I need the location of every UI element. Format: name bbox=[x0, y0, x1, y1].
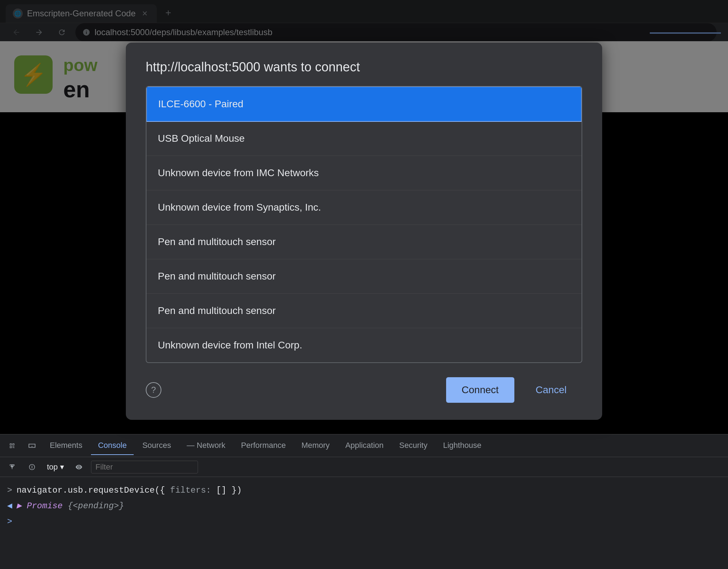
device-item-6[interactable]: Pen and multitouch sensor bbox=[146, 294, 582, 328]
tab-performance[interactable]: Performance bbox=[234, 437, 293, 455]
devtools-console-toolbar: top ▾ bbox=[0, 457, 728, 477]
device-item-0[interactable]: ILCE-6600 - Paired bbox=[146, 86, 582, 122]
tab-memory[interactable]: Memory bbox=[294, 437, 337, 455]
device-item-4[interactable]: Pen and multitouch sensor bbox=[146, 225, 582, 259]
tab-application[interactable]: Application bbox=[338, 437, 391, 455]
console-filter-input[interactable] bbox=[91, 461, 198, 473]
device-item-7[interactable]: Unknown device from Intel Corp. bbox=[146, 328, 582, 362]
connect-button[interactable]: Connect bbox=[446, 377, 514, 403]
help-icon[interactable]: ? bbox=[146, 382, 161, 398]
console-clear-button[interactable] bbox=[4, 459, 20, 475]
devtools-panel: Elements Console Sources — Network Perfo… bbox=[0, 434, 728, 569]
modal-overlay: http://localhost:5000 wants to connect I… bbox=[0, 0, 728, 434]
cancel-button[interactable]: Cancel bbox=[520, 377, 582, 403]
console-eye-button[interactable] bbox=[71, 459, 87, 475]
context-dropdown[interactable]: top ▾ bbox=[44, 461, 67, 473]
tab-lighthouse[interactable]: Lighthouse bbox=[436, 437, 489, 455]
console-cursor-indicator: > bbox=[7, 515, 12, 528]
tab-sources[interactable]: Sources bbox=[135, 437, 178, 455]
console-prompt-1: > bbox=[7, 484, 12, 497]
device-item-1[interactable]: USB Optical Mouse bbox=[146, 121, 582, 156]
dialog-buttons: Connect Cancel bbox=[446, 377, 582, 403]
device-list: ILCE-6600 - Paired USB Optical Mouse Unk… bbox=[146, 86, 582, 363]
dialog-footer: ? Connect Cancel bbox=[126, 377, 602, 403]
devtools-inspect-button[interactable] bbox=[3, 437, 21, 455]
dialog-title: http://localhost:5000 wants to connect bbox=[126, 60, 602, 86]
tab-network[interactable]: — Network bbox=[180, 437, 232, 455]
tab-security[interactable]: Security bbox=[392, 437, 434, 455]
console-line-2: ◀ ▶ Promise {<pending>} bbox=[7, 498, 721, 514]
device-item-3[interactable]: Unknown device from Synaptics, Inc. bbox=[146, 190, 582, 225]
devtools-tab-bar: Elements Console Sources — Network Perfo… bbox=[0, 434, 728, 457]
device-item-2[interactable]: Unknown device from IMC Networks bbox=[146, 156, 582, 190]
usb-dialog: http://localhost:5000 wants to connect I… bbox=[126, 43, 602, 420]
tab-elements[interactable]: Elements bbox=[43, 437, 90, 455]
devtools-console-output: > navigator.usb.requestDevice({ filters:… bbox=[0, 477, 728, 569]
devtools-device-button[interactable] bbox=[23, 437, 41, 455]
chevron-down-icon: ▾ bbox=[60, 462, 64, 472]
device-item-5[interactable]: Pen and multitouch sensor bbox=[146, 259, 582, 294]
console-arrow-2: ◀ bbox=[7, 500, 12, 513]
console-line-1: > navigator.usb.requestDevice({ filters:… bbox=[7, 483, 721, 498]
console-stop-button[interactable] bbox=[24, 459, 40, 475]
console-promise: ▶ Promise {<pending>} bbox=[16, 500, 124, 513]
tab-console[interactable]: Console bbox=[91, 437, 134, 455]
console-code-1: navigator.usb.requestDevice({ filters: [… bbox=[16, 484, 242, 497]
console-input-line[interactable]: > bbox=[7, 514, 721, 530]
